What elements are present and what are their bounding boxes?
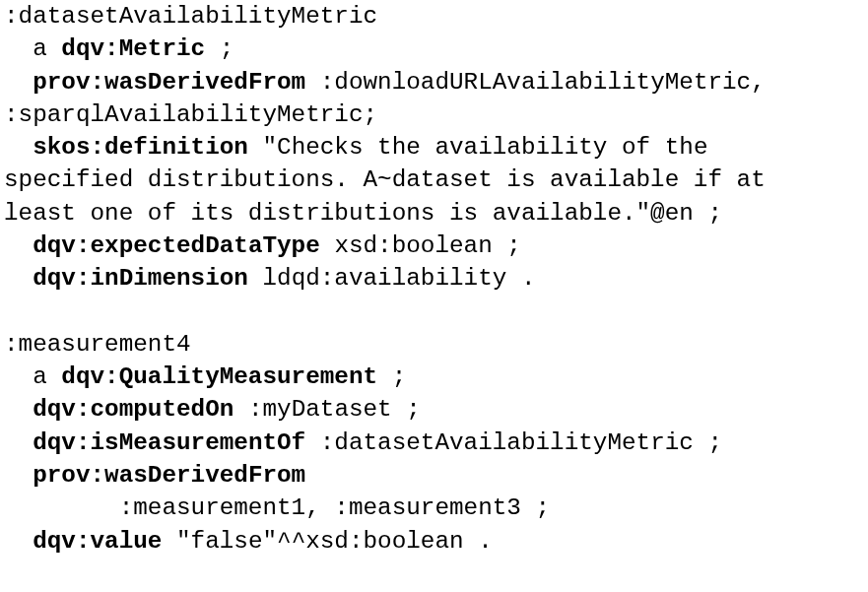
code-text: :measurement4 [4, 331, 191, 358]
code-keyword: prov:wasDerivedFrom [33, 69, 305, 96]
code-line: dqv:value "false"^^xsd:boolean . [4, 525, 864, 558]
code-text: xsd:boolean ; [320, 232, 521, 259]
code-text [4, 134, 33, 161]
code-line: prov:wasDerivedFrom :downloadURLAvailabi… [4, 66, 864, 99]
code-keyword: dqv:expectedDataType [33, 232, 320, 259]
code-keyword: dqv:isMeasurementOf [33, 429, 305, 456]
code-text: :datasetAvailabilityMetric ; [305, 429, 722, 456]
code-line: dqv:expectedDataType xsd:boolean ; [4, 230, 864, 262]
code-text [4, 69, 33, 96]
code-keyword: dqv:QualityMeasurement [61, 363, 377, 390]
code-text [4, 232, 33, 259]
code-line: least one of its distributions is availa… [4, 197, 864, 230]
code-line: a dqv:Metric ; [4, 33, 864, 65]
code-text: a [4, 35, 61, 62]
code-text [4, 265, 33, 292]
code-text: specified distributions. A~dataset is av… [4, 166, 779, 193]
code-text [4, 298, 19, 325]
code-text [4, 396, 33, 423]
code-keyword: dqv:computedOn [33, 396, 234, 423]
code-keyword: prov:wasDerivedFrom [33, 462, 305, 489]
code-line: :sparqlAvailabilityMetric; [4, 99, 864, 131]
code-keyword: dqv:Metric [61, 35, 205, 62]
code-text: :downloadURLAvailabilityMetric, [305, 69, 766, 96]
code-line: prov:wasDerivedFrom [4, 459, 864, 492]
code-text: ldqd:availability . [248, 265, 536, 292]
code-line: :measurement4 [4, 328, 864, 361]
code-keyword: dqv:value [33, 528, 162, 555]
code-text [4, 429, 33, 456]
code-line: :datasetAvailabilityMetric [4, 0, 864, 33]
code-block: :datasetAvailabilityMetric a dqv:Metric … [0, 0, 868, 558]
code-text: "Checks the availability of the [248, 134, 722, 161]
code-text [4, 528, 33, 555]
code-keyword: dqv:inDimension [33, 265, 248, 292]
code-text: a [4, 363, 61, 390]
code-line: dqv:computedOn :myDataset ; [4, 393, 864, 426]
code-keyword: skos:definition [33, 134, 248, 161]
code-line: dqv:inDimension ldqd:availability . [4, 262, 864, 295]
code-line: :measurement1, :measurement3 ; [4, 492, 864, 524]
code-text: ; [205, 35, 234, 62]
code-text [4, 462, 33, 489]
code-text: :datasetAvailabilityMetric [4, 3, 377, 30]
code-text: :measurement1, :measurement3 ; [4, 494, 550, 521]
code-text: ; [377, 363, 406, 390]
code-text: :myDataset ; [234, 396, 421, 423]
code-line: a dqv:QualityMeasurement ; [4, 361, 864, 393]
code-line: skos:definition "Checks the availability… [4, 131, 864, 164]
code-text: "false"^^xsd:boolean . [162, 528, 492, 555]
code-line [4, 296, 864, 328]
code-text: :sparqlAvailabilityMetric; [4, 101, 377, 128]
code-line: specified distributions. A~dataset is av… [4, 164, 864, 196]
code-line: dqv:isMeasurementOf :datasetAvailability… [4, 427, 864, 459]
code-text: least one of its distributions is availa… [4, 200, 722, 227]
